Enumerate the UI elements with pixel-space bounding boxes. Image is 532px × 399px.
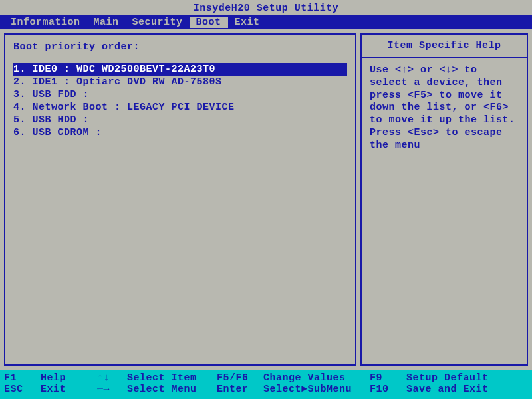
hint-enter-key: Enter bbox=[217, 384, 263, 395]
footer-hints: F1 Help ↑↓ Select Item F5/F6 Change Valu… bbox=[0, 370, 532, 399]
boot-item-5[interactable]: 5. USB HDD : bbox=[13, 114, 347, 126]
help-panel: Item Specific Help Use <↑> or <↓> to sel… bbox=[360, 33, 528, 366]
hint-select-item: Select Item bbox=[127, 372, 217, 384]
hint-esc-key: ESC bbox=[4, 384, 41, 395]
bios-screen: InsydeH20 Setup Utility Information Main… bbox=[0, 0, 532, 399]
boot-item-1[interactable]: 1. IDE0 : WDC WD2500BEVT-22A23T0 bbox=[13, 63, 347, 76]
hint-esc-label: Exit bbox=[41, 384, 97, 395]
boot-list: 1. IDE0 : WDC WD2500BEVT-22A23T0 2. IDE1… bbox=[13, 63, 347, 139]
footer-row-2: ESC Exit ←→ Select Menu Enter Select►Sub… bbox=[4, 384, 528, 395]
boot-heading: Boot priority order: bbox=[13, 41, 347, 53]
tab-exit[interactable]: Exit bbox=[228, 17, 267, 28]
hint-f1-label: Help bbox=[41, 372, 97, 384]
tab-boot[interactable]: Boot bbox=[190, 17, 228, 28]
hint-leftright-icon: ←→ bbox=[97, 384, 127, 395]
boot-item-3[interactable]: 3. USB FDD : bbox=[13, 88, 347, 101]
hint-change-values: Change Values bbox=[263, 372, 370, 384]
footer-row-1: F1 Help ↑↓ Select Item F5/F6 Change Valu… bbox=[4, 372, 528, 384]
hint-save-exit: Save and Exit bbox=[406, 384, 528, 395]
boot-order-panel: Boot priority order: 1. IDE0 : WDC WD250… bbox=[4, 33, 356, 366]
utility-title: InsydeH20 Setup Utility bbox=[0, 0, 532, 15]
tab-information[interactable]: Information bbox=[4, 17, 87, 28]
hint-updown-icon: ↑↓ bbox=[97, 372, 127, 384]
main-area: Boot priority order: 1. IDE0 : WDC WD250… bbox=[0, 29, 532, 370]
hint-f1-key: F1 bbox=[4, 372, 41, 384]
top-menu: Information Main Security Boot Exit bbox=[0, 15, 532, 29]
hint-f9-key: F9 bbox=[370, 372, 406, 384]
hint-select-menu: Select Menu bbox=[127, 384, 217, 395]
boot-item-4[interactable]: 4. Network Boot : LEGACY PCI DEVICE bbox=[13, 101, 347, 114]
hint-setup-default: Setup Default bbox=[406, 372, 528, 384]
help-text: Use <↑> or <↓> to select a device, then … bbox=[370, 65, 519, 152]
help-title: Item Specific Help bbox=[362, 35, 527, 58]
hint-f5f6-key: F5/F6 bbox=[217, 372, 263, 384]
hint-select-submenu: Select►SubMenu bbox=[263, 384, 370, 395]
tab-security[interactable]: Security bbox=[126, 17, 190, 28]
boot-item-6[interactable]: 6. USB CDROM : bbox=[13, 126, 347, 139]
boot-item-2[interactable]: 2. IDE1 : Optiarc DVD RW AD-7580S bbox=[13, 76, 347, 88]
tab-main[interactable]: Main bbox=[87, 17, 126, 28]
hint-f10-key: F10 bbox=[370, 384, 406, 395]
